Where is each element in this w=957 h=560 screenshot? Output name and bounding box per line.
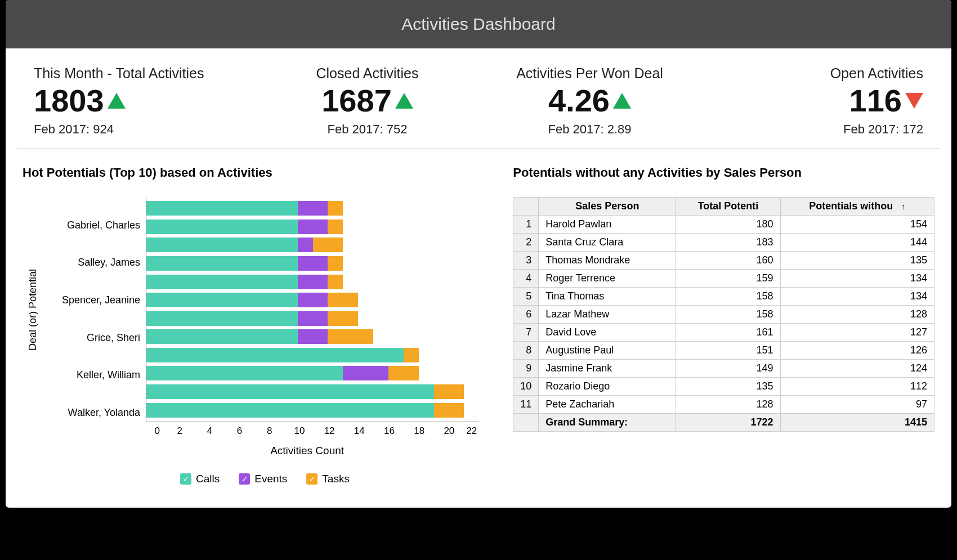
cell-total: 160 [676,252,780,270]
kpi-sublabel: Feb 2017: 752 [256,122,479,137]
bar-segment-events[interactable] [298,329,328,344]
bar-segment-calls[interactable] [146,256,298,271]
legend-events[interactable]: ✓ Events [239,473,287,485]
bar-segment-calls[interactable] [146,348,404,362]
row-index: 1 [513,216,539,234]
bar-segment-events[interactable] [343,366,388,380]
row-index: 7 [513,324,539,342]
bar-row[interactable] [146,348,479,362]
bar-row[interactable] [146,403,479,418]
bar-segment-events[interactable] [298,256,328,271]
cell-salesperson: Roger Terrence [539,270,676,288]
bar-segment-calls[interactable] [146,201,298,216]
bar-segment-events[interactable] [298,275,328,289]
table-header-index[interactable] [513,198,539,216]
cell-without: 135 [780,252,934,270]
summary-blank [513,414,539,432]
bar-segment-calls[interactable] [146,384,434,399]
chart-plot[interactable] [146,197,479,422]
cell-salesperson: Rozario Diego [539,378,676,396]
cell-salesperson: Santa Cruz Clara [539,234,676,252]
bar-segment-calls[interactable] [146,293,298,307]
bar-segment-tasks[interactable] [404,348,419,362]
bar-segment-tasks[interactable] [313,238,343,252]
table-row[interactable]: 4Roger Terrence159134 [513,270,934,288]
bar-segment-tasks[interactable] [388,366,419,380]
bar-row[interactable] [146,311,479,326]
bar-segment-events[interactable] [298,238,313,252]
bar-row[interactable] [146,329,479,344]
potentials-table[interactable]: Sales Person Total Potenti Potentials wi… [513,197,934,432]
page-title: Activities Dashboard [6,0,951,48]
bar-segment-calls[interactable] [146,329,298,344]
row-index: 9 [513,360,539,378]
bar-segment-events[interactable] [298,293,328,307]
table-row[interactable]: 11Pete Zachariah12897 [513,396,934,414]
table-panel: Potentials without any Activities by Sal… [513,165,934,485]
cell-salesperson: Lazar Mathew [539,306,676,324]
bar-row[interactable] [146,275,479,289]
bar-row[interactable] [146,256,479,271]
table-header-salesperson[interactable]: Sales Person [539,198,676,216]
legend-calls[interactable]: ✓ Calls [180,473,220,485]
row-index: 3 [513,252,539,270]
cell-total: 183 [676,234,780,252]
bar-segment-calls[interactable] [146,238,298,252]
cell-total: 128 [676,396,780,414]
bar-segment-events[interactable] [298,219,328,234]
table-row[interactable]: 6Lazar Mathew158128 [513,306,934,324]
x-tick-label: 4 [195,425,225,437]
cell-without: 97 [780,396,934,414]
table-row[interactable]: 9Jasmine Frank149124 [513,360,934,378]
chart-area[interactable]: Deal (or) Potential Gabriel, CharlesSall… [23,197,479,422]
table-row[interactable]: 2Santa Cruz Clara183144 [513,234,934,252]
bar-segment-tasks[interactable] [328,256,343,271]
x-tick-label: 16 [374,425,404,437]
bar-segment-tasks[interactable] [328,311,358,326]
summary-total: 1722 [676,414,780,432]
bar-segment-tasks[interactable] [328,275,343,289]
cell-total: 158 [676,288,780,306]
row-index: 11 [513,396,539,414]
bar-segment-calls[interactable] [146,311,298,326]
check-icon: ✓ [239,473,250,485]
bar-segment-tasks[interactable] [328,329,373,344]
table-row[interactable]: 1Harold Pawlan180154 [513,216,934,234]
cell-without: 126 [780,342,934,360]
bar-segment-tasks[interactable] [434,403,464,418]
bar-segment-calls[interactable] [146,403,434,418]
bar-segment-tasks[interactable] [328,201,343,216]
chart-panel: Hot Potentials (Top 10) based on Activit… [23,165,479,485]
table-row[interactable]: 3Thomas Mondrake160135 [513,252,934,270]
bar-segment-tasks[interactable] [434,384,464,399]
bar-segment-events[interactable] [298,311,328,326]
chart-legend: ✓ Calls ✓ Events ✓ Tasks [180,473,479,485]
kpi-value: 116 [849,85,902,117]
bar-row[interactable] [146,293,479,307]
bar-row[interactable] [146,219,479,234]
bar-segment-calls[interactable] [146,366,343,380]
row-index: 4 [513,270,539,288]
table-header-without[interactable]: Potentials withou ↑ [780,198,934,216]
bar-row[interactable] [146,366,479,380]
table-row[interactable]: 8Augustine Paul151126 [513,342,934,360]
table-row[interactable]: 5Tina Thomas158134 [513,288,934,306]
bar-row[interactable] [146,384,479,399]
bar-row[interactable] [146,238,479,252]
x-tick-label: 0 [150,425,165,437]
table-header-total[interactable]: Total Potenti [676,198,780,216]
row-index: 2 [513,234,539,252]
cell-without: 144 [780,234,934,252]
legend-tasks[interactable]: ✓ Tasks [306,473,350,485]
check-icon: ✓ [306,473,317,485]
bar-segment-calls[interactable] [146,219,298,234]
table-row[interactable]: 7David Love161127 [513,324,934,342]
bar-row[interactable] [146,201,479,216]
table-row[interactable]: 10Rozario Diego135112 [513,378,934,396]
bar-segment-events[interactable] [298,201,328,216]
y-tick-label: Walker, Yolanda [39,403,140,422]
y-tick-label: Salley, James [39,253,140,272]
bar-segment-tasks[interactable] [328,293,358,307]
bar-segment-tasks[interactable] [328,219,343,234]
bar-segment-calls[interactable] [146,275,298,289]
